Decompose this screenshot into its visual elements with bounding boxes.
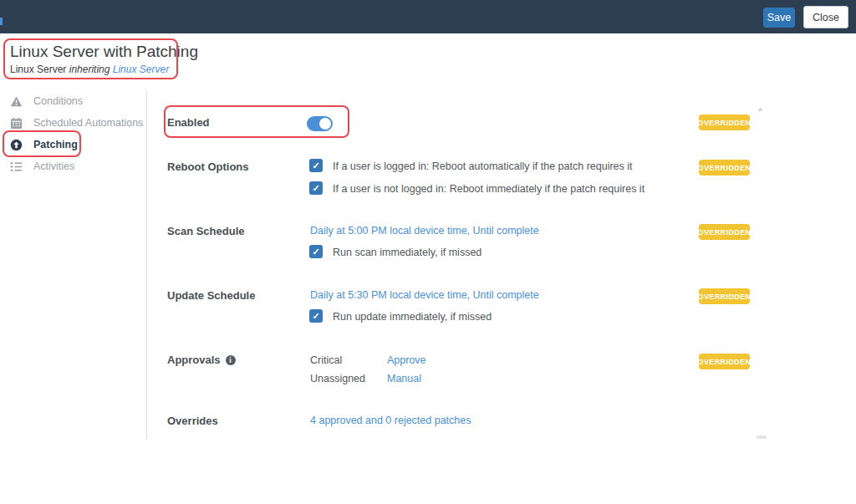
scroll-down-hint[interactable]: [757, 435, 767, 439]
run-scan-immediately-text: Run scan immediately, if missed: [333, 247, 482, 258]
subtitle-inheriting-word: inheriting: [69, 64, 110, 75]
overridden-badge: OVERRIDDEN: [699, 160, 750, 176]
inherited-profile-link[interactable]: Linux Server: [113, 64, 169, 75]
overridden-badge: OVERRIDDEN: [699, 224, 750, 240]
reboot-options-label: Reboot Options: [167, 160, 249, 173]
sidebar-divider: [146, 90, 147, 439]
sidebar-item-scheduled-automations[interactable]: Scheduled Automations: [10, 115, 143, 131]
run-update-immediately-text: Run update immediately, if missed: [333, 311, 492, 323]
scan-schedule-label: Scan Schedule: [167, 225, 244, 237]
reboot-logged-in-text: If a user is logged in: Reboot automatic…: [333, 160, 633, 172]
overridden-badge: OVERRIDDEN: [699, 115, 750, 130]
sidebar-item-label: Patching: [33, 139, 78, 150]
warning-triangle-icon: [10, 95, 23, 108]
overridden-badge: OVERRIDDEN: [699, 288, 750, 304]
close-button[interactable]: Close: [803, 6, 848, 28]
clipped-blue-icon: [0, 18, 3, 25]
sidebar-item-label: Activities: [33, 160, 74, 172]
page-subtitle: Linux Server inheriting Linux Server: [10, 64, 169, 75]
run-scan-immediately-checkbox[interactable]: [309, 245, 323, 258]
enabled-toggle[interactable]: [307, 116, 333, 131]
sidebar-item-label: Scheduled Automations: [33, 117, 143, 129]
severity-critical-label: Critical: [310, 354, 342, 366]
update-schedule-link[interactable]: Daily at 5:30 PM local device time, Unti…: [310, 289, 539, 301]
patch-arrow-up-circle-icon: [10, 139, 23, 151]
info-icon[interactable]: [226, 355, 236, 365]
sidebar-item-activities[interactable]: Activities: [10, 158, 74, 175]
overrides-label: Overrides: [167, 415, 218, 427]
subtitle-profile-name: Linux Server: [10, 64, 66, 75]
save-button[interactable]: Save: [763, 8, 795, 28]
update-schedule-label: Update Schedule: [167, 289, 255, 302]
approvals-label: Approvals: [167, 354, 236, 366]
critical-action-link[interactable]: Approve: [387, 354, 426, 366]
approvals-label-text: Approvals: [167, 354, 221, 366]
overrides-patches-link[interactable]: 4 approved and 0 rejected patches: [310, 415, 471, 426]
sidebar-item-conditions[interactable]: Conditions: [10, 93, 83, 109]
reboot-logged-in-checkbox[interactable]: [309, 159, 323, 172]
scan-schedule-link[interactable]: Daily at 5:00 PM local device time, Unti…: [310, 225, 539, 237]
run-update-immediately-checkbox[interactable]: [309, 309, 323, 323]
sidebar-item-patching[interactable]: Patching: [10, 136, 78, 153]
reboot-not-logged-in-text: If a user is not logged in: Reboot immed…: [333, 183, 645, 195]
patching-settings-screen: Save Close Linux Server with Patching Li…: [0, 0, 856, 504]
page-title: Linux Server with Patching: [10, 43, 198, 61]
overridden-badge: OVERRIDDEN: [699, 354, 750, 369]
top-bar: Save Close: [0, 0, 856, 33]
unassigned-action-link[interactable]: Manual: [387, 373, 421, 384]
scroll-up-icon[interactable]: ▲: [757, 104, 764, 113]
enabled-label: Enabled: [167, 116, 210, 129]
list-icon: [10, 160, 23, 173]
sidebar-item-label: Conditions: [33, 95, 83, 107]
calendar-icon: [10, 117, 23, 130]
reboot-not-logged-in-checkbox[interactable]: [309, 181, 323, 195]
severity-unassigned-label: Unassigned: [310, 373, 365, 384]
